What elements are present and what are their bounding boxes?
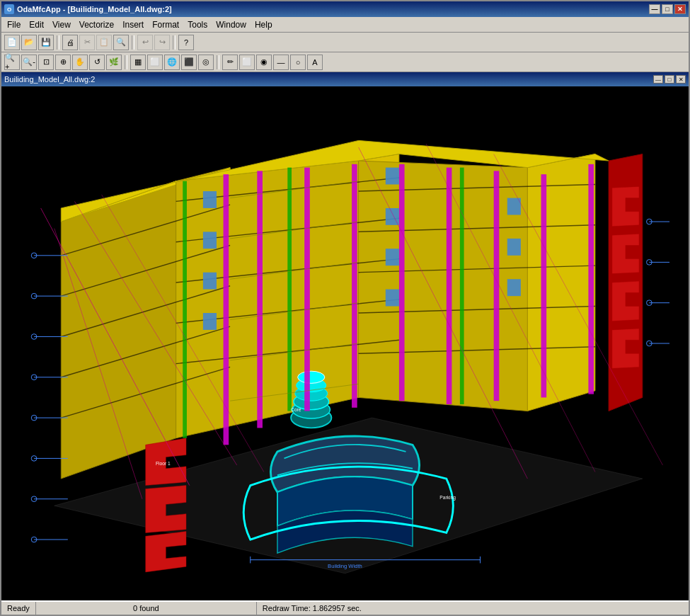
svg-text:Core: Core: [291, 407, 301, 412]
toolbar-separator: [132, 35, 134, 50]
btn-2d[interactable]: ⬜: [147, 55, 163, 70]
title-bar: O OdaMfcApp - [Builiding_Model_All.dwg:2…: [1, 1, 689, 17]
btn-snap[interactable]: ◉: [256, 55, 272, 70]
svg-marker-8: [527, 154, 595, 411]
btn-help[interactable]: ?: [178, 35, 194, 50]
menu-item-menu-edit[interactable]: Edit: [25, 18, 48, 31]
toolbar2-separator: [125, 55, 127, 69]
btn-find[interactable]: 🔍: [113, 35, 129, 50]
svg-rect-45: [304, 168, 310, 411]
svg-rect-51: [588, 164, 594, 394]
close-button[interactable]: ✕: [674, 4, 686, 14]
svg-point-42: [298, 371, 325, 383]
btn-line[interactable]: —: [273, 55, 289, 70]
menu-bar: FileEditViewVectorizeInsertFormatToolsWi…: [1, 17, 689, 33]
btn-render[interactable]: ◎: [198, 55, 214, 70]
svg-rect-29: [386, 168, 399, 185]
btn-orbit[interactable]: ↺: [89, 55, 105, 70]
mdi-area: Builiding_Model_All.dwg:2 — □ ✕: [1, 72, 689, 600]
svg-rect-48: [447, 168, 452, 404]
btn-layers[interactable]: ⬜: [239, 55, 255, 70]
svg-rect-35: [507, 279, 521, 296]
svg-rect-54: [460, 168, 464, 404]
svg-rect-32: [386, 290, 399, 307]
svg-rect-34: [507, 239, 521, 256]
menu-item-menu-vectorize[interactable]: Vectorize: [75, 18, 118, 31]
model-viewport: Floor 1 Parking Core Building Width: [1, 86, 689, 600]
app-icon: O: [4, 4, 14, 14]
btn-open[interactable]: 📂: [21, 35, 37, 50]
btn-text[interactable]: A: [307, 55, 323, 70]
svg-rect-53: [287, 168, 292, 411]
btn-shade[interactable]: ⬛: [181, 55, 197, 70]
doc-title: Builiding_Model_All.dwg:2: [4, 75, 95, 84]
status-found-text: 0 found: [133, 604, 159, 612]
btn-model[interactable]: ▦: [130, 55, 146, 70]
svg-rect-26: [203, 232, 217, 249]
svg-rect-27: [203, 273, 217, 290]
svg-rect-50: [541, 174, 547, 397]
menu-item-menu-format[interactable]: Format: [148, 18, 183, 31]
status-redraw: Redraw Time: 1.862957 sec.: [257, 602, 686, 615]
app-title: OdaMfcApp - [Builiding_Model_All.dwg:2]: [17, 5, 172, 13]
svg-rect-47: [399, 164, 405, 401]
toolbar2: 🔍+🔍-⊡⊕✋↺🌿▦⬜🌐⬛◎✏⬜◉—○A: [1, 52, 689, 72]
btn-circle[interactable]: ○: [290, 55, 306, 70]
doc-window: Builiding_Model_All.dwg:2 — □ ✕: [1, 72, 689, 600]
menu-item-menu-view[interactable]: View: [48, 18, 75, 31]
svg-text:Floor 1: Floor 1: [156, 461, 171, 466]
svg-rect-28: [203, 313, 217, 330]
status-bar: Ready 0 found Redraw Time: 1.862957 sec.: [1, 600, 689, 615]
doc-close-button[interactable]: ✕: [676, 75, 686, 84]
doc-controls: — □ ✕: [653, 75, 686, 84]
doc-title-bar: Builiding_Model_All.dwg:2 — □ ✕: [1, 72, 689, 86]
btn-props[interactable]: ✏: [222, 55, 238, 70]
svg-marker-7: [359, 161, 528, 411]
maximize-button[interactable]: □: [662, 4, 673, 14]
svg-rect-31: [386, 249, 399, 266]
btn-print[interactable]: 🖨: [62, 35, 78, 50]
title-bar-left: O OdaMfcApp - [Builiding_Model_All.dwg:2…: [4, 4, 172, 14]
doc-restore-button[interactable]: □: [665, 75, 674, 84]
btn-regen[interactable]: 🌿: [106, 55, 122, 70]
svg-text:Parking: Parking: [439, 495, 456, 501]
status-ready-text: Ready: [7, 604, 30, 612]
status-ready: Ready: [4, 602, 36, 615]
btn-save[interactable]: 💾: [38, 35, 54, 50]
viewport[interactable]: Floor 1 Parking Core Building Width: [1, 86, 689, 600]
doc-minimize-button[interactable]: —: [653, 75, 663, 84]
svg-rect-49: [494, 171, 500, 401]
btn-zoomext[interactable]: ⊡: [38, 55, 54, 70]
svg-rect-25: [203, 191, 217, 208]
btn-zoomout[interactable]: 🔍-: [21, 55, 37, 70]
menu-item-menu-file[interactable]: File: [3, 18, 25, 31]
minimize-button[interactable]: —: [649, 4, 660, 14]
svg-text:Building Width: Building Width: [328, 563, 362, 569]
menu-item-menu-window[interactable]: Window: [212, 18, 251, 31]
title-bar-controls: — □ ✕: [649, 4, 686, 14]
menu-item-menu-tools[interactable]: Tools: [183, 18, 212, 31]
status-found: 0 found: [36, 602, 257, 615]
btn-redo: ↪: [154, 35, 170, 50]
btn-paste: 📋: [96, 35, 112, 50]
menu-item-menu-insert[interactable]: Insert: [118, 18, 148, 31]
toolbar2-separator: [217, 55, 219, 69]
status-redraw-text: Redraw Time: 1.862957 sec.: [263, 604, 362, 612]
btn-3d[interactable]: 🌐: [164, 55, 180, 70]
btn-cut: ✂: [79, 35, 95, 50]
svg-rect-44: [257, 171, 263, 428]
toolbar1: 📄📂💾🖨✂📋🔍↩↪?: [1, 33, 689, 52]
toolbar-separator: [173, 35, 176, 50]
btn-pan[interactable]: ✋: [72, 55, 88, 70]
app-window: O OdaMfcApp - [Builiding_Model_All.dwg:2…: [0, 0, 690, 616]
btn-zoomin[interactable]: 🔍+: [4, 55, 20, 70]
toolbar-separator: [57, 35, 59, 50]
svg-rect-52: [183, 181, 187, 438]
btn-new[interactable]: 📄: [4, 35, 20, 50]
svg-rect-46: [352, 164, 357, 408]
menu-item-menu-help[interactable]: Help: [251, 18, 277, 31]
btn-zoomwin[interactable]: ⊕: [55, 55, 71, 70]
btn-undo: ↩: [137, 35, 153, 50]
